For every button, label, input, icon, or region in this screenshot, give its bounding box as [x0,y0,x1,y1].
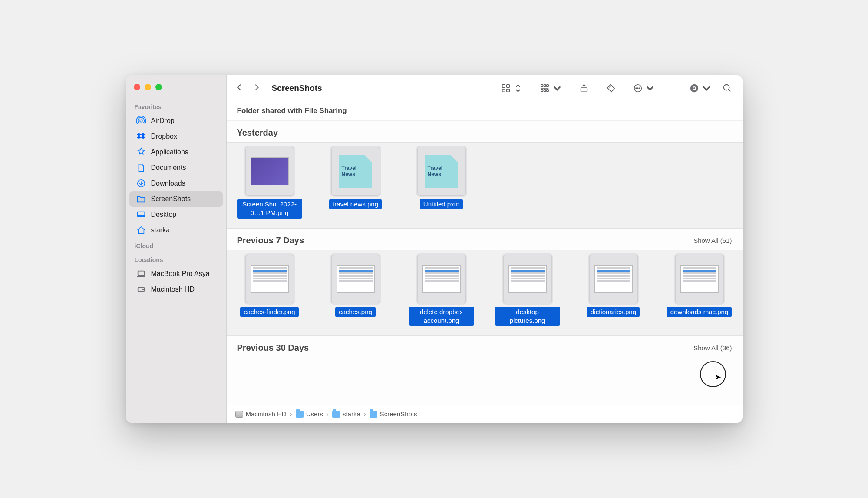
forward-button[interactable] [252,83,261,94]
disk-icon [136,285,146,294]
sidebar-item-screenshots[interactable]: ScreenShots [129,191,223,207]
sidebar-item-desktop[interactable]: Desktop [129,207,223,222]
file-item[interactable]: delete dropbox account.png [409,255,474,326]
sidebar-item-downloads[interactable]: Downloads [129,176,223,191]
window-controls [126,81,226,99]
file-item[interactable]: caches.png [323,255,388,326]
preview-toggle-button[interactable] [687,82,714,95]
sidebar-heading: iCloud [126,238,226,252]
section-header: Previous 30 DaysShow All (36) [227,336,743,357]
path-segment[interactable]: Macintosh HD [235,410,287,418]
svg-rect-17 [544,89,546,91]
file-label: Screen Shot 2022-0…1 PM.png [237,199,302,219]
chevron-right-icon: › [325,410,330,418]
folder-icon [136,194,146,204]
svg-point-28 [723,84,729,90]
file-item[interactable]: caches-finder.png [237,255,302,326]
svg-point-27 [693,87,695,89]
file-item[interactable]: Screen Shot 2022-0…1 PM.png [237,147,302,219]
applications-icon [136,147,146,157]
sidebar-item-dropbox[interactable]: Dropbox [129,129,223,144]
file-item[interactable]: Travel Newstravel news.png [323,147,388,219]
path-segment[interactable]: ScreenShots [370,410,417,418]
file-item[interactable]: Travel NewsUntitled.pxm [409,147,474,219]
file-thumbnail: Travel News [417,147,466,196]
show-all-button[interactable]: Show All (51) [693,237,732,244]
sidebar-item-label: Macintosh HD [151,286,195,293]
section-title: Previous 30 Days [237,343,309,353]
section-title: Previous 7 Days [237,236,304,246]
search-button[interactable] [720,82,735,95]
close-button[interactable] [134,84,140,90]
sidebar-item-macbook-pro-asya[interactable]: MacBook Pro Asya [129,266,223,282]
svg-rect-4 [138,271,144,276]
file-thumbnail: Travel News [331,147,380,196]
file-item[interactable]: downloads mac.png [667,255,732,326]
svg-rect-16 [541,89,543,91]
svg-rect-2 [137,212,145,217]
svg-point-24 [639,88,640,89]
share-button[interactable] [577,82,591,95]
page-title: ScreenShots [272,83,322,93]
file-thumbnail [245,255,294,303]
file-label: downloads mac.png [667,307,732,317]
file-thumbnail [331,255,380,303]
sidebar-item-airdrop[interactable]: AirDrop [129,113,223,129]
sidebar-heading: Favorites [126,99,226,113]
main-area: ScreenShots [227,75,743,423]
sidebar-item-starka[interactable]: starka [129,222,223,238]
sidebar-item-label: Desktop [151,211,177,219]
file-label: delete dropbox account.png [409,307,474,326]
sidebar-item-label: Downloads [151,179,185,187]
sidebar-item-label: Documents [151,164,186,172]
file-label: desktop pictures.png [495,307,560,326]
home-icon [136,226,146,235]
dropbox-icon [136,132,146,141]
sidebar-item-documents[interactable]: Documents [129,160,223,176]
svg-rect-12 [541,84,543,86]
sidebar: FavoritesAirDropDropboxApplicationsDocum… [126,75,227,423]
file-thumbnail [245,147,294,196]
path-label: Users [306,410,323,418]
path-segment[interactable]: Users [296,410,323,418]
svg-rect-11 [506,89,509,91]
folder-icon [370,411,377,418]
file-content-area: YesterdayScreen Shot 2022-0…1 PM.pngTrav… [227,121,743,405]
document-icon [136,163,146,173]
sharing-status-bar: Folder shared with File Sharing [227,101,743,121]
file-item[interactable]: dictionaries.png [581,255,646,326]
folder-icon [296,411,304,418]
view-mode-button[interactable] [498,82,525,95]
fullscreen-button[interactable] [155,84,162,90]
sidebar-item-label: MacBook Pro Asya [151,270,210,278]
sidebar-item-label: AirDrop [151,117,175,125]
path-segment[interactable]: starka [332,410,360,418]
file-thumbnail [675,255,724,303]
disk-icon [235,411,243,418]
back-button[interactable] [234,83,244,94]
file-label: caches-finder.png [240,307,298,317]
sidebar-heading: Locations [126,252,226,266]
file-thumbnail [589,255,638,303]
file-item[interactable]: desktop pictures.png [495,255,560,326]
file-label: Untitled.pxm [420,199,463,209]
toolbar: ScreenShots [227,75,743,101]
svg-rect-10 [502,89,505,91]
svg-point-23 [637,88,638,89]
minimize-button[interactable] [145,84,151,90]
sidebar-item-applications[interactable]: Applications [129,144,223,160]
path-label: ScreenShots [380,410,417,418]
actions-button[interactable] [630,82,657,95]
file-row: caches-finder.pngcaches.pngdelete dropbo… [227,250,743,336]
tags-button[interactable] [604,82,618,95]
sidebar-item-label: ScreenShots [151,195,191,203]
path-label: Macintosh HD [246,410,287,418]
sidebar-item-label: Applications [151,148,188,156]
sidebar-item-macintosh-hd[interactable]: Macintosh HD [129,282,223,297]
downloads-icon [136,179,146,188]
show-all-button[interactable]: Show All (36) [693,344,732,352]
svg-rect-8 [502,84,505,87]
svg-rect-18 [546,89,548,91]
file-thumbnail [503,255,552,303]
group-by-button[interactable] [538,82,564,95]
